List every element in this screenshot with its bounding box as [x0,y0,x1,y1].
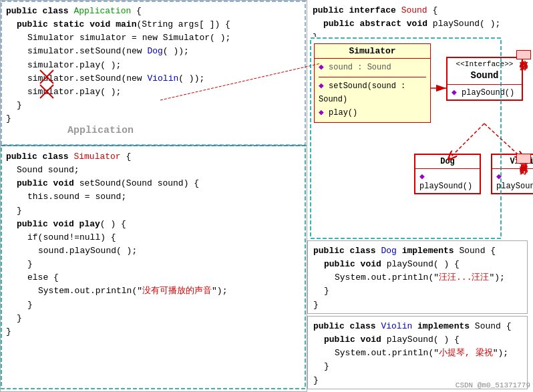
uml-simulator-box: Simulator ◆ sound : Sound ◆ setSound(sou… [314,43,431,123]
sim-line-3: public void setSound(Sound sound) { [6,177,301,190]
uml-sound-box: <<Interface>> Sound ◆ playSound() [446,57,523,101]
left-panel: public class Application { public static… [0,0,307,392]
code-simulator-block: public class Simulator { Sound sound; pu… [0,146,307,392]
dog-line-5: } [313,299,522,312]
uml-dog-box: Dog ◆ playSound() [414,154,481,194]
uml-dog-method: ◆ playSound() [419,171,476,191]
uml-sim-method1: ◆ setSound(sound : Sound) [319,79,426,106]
dog-line-4: } [313,284,522,298]
sim-line-2: Sound sound; [6,164,301,177]
sim-line-10: else { [6,271,301,284]
expandable-label: 可扩展部分 [516,154,531,164]
sim-line-7: if(sound!=null) { [6,231,301,244]
uml-sim-method2: ◆ play() [319,106,426,120]
uml-simulator-body: ◆ sound : Sound ◆ setSound(sound : Sound… [315,59,430,122]
code-interface-top-block: public interface Sound { public abstract… [307,0,528,37]
code-application-block: public class Application { public static… [0,0,307,146]
violin-line-4: } [313,360,522,373]
uml-simulator-title: Simulator [315,44,430,59]
app-line-5: simulator.play( ); [6,59,301,72]
core-label: 核心部分 [516,50,531,59]
sim-line-6: public void play( ) { [6,218,301,231]
sim-line-1: public class Simulator { [6,150,301,164]
uml-violin-body: ◆ playSound() [492,169,533,193]
code-violin-block: public class Violin implements Sound { p… [307,316,528,389]
dog-line-2: public void playSound( ) { [313,258,522,271]
sim-line-11: System.out.println("没有可播放的声音"); [6,284,301,298]
violin-line-1: public class Violin implements Sound { [313,320,522,333]
right-panel: public interface Sound { public abstract… [307,0,533,392]
main-container: public class Application { public static… [0,0,533,392]
app-line-6: simulator.setSound(new Violin( )); [6,72,301,85]
uml-sound-body: ◆ playSound() [448,85,522,100]
sim-line-13: } [6,312,301,325]
uml-violin-method: ◆ playSound() [496,171,533,191]
application-label: Application [67,123,134,138]
iface-line-1: public interface Sound { [313,4,522,17]
dog-line-3: System.out.println("汪汪...汪汪"); [313,271,522,284]
sim-line-14: } [6,325,301,339]
code-dog-block: public class Dog implements Sound { publ… [307,240,528,314]
app-line-1: public class Application { [6,5,301,18]
app-line-4: simulator.setSound(new Dog( )); [6,45,301,58]
app-line-9: } [6,112,301,126]
uml-dog-body: ◆ playSound() [415,169,480,193]
uml-sound-stereotype: <<Interface>> Sound [448,58,522,85]
uml-sound-title: Sound [450,69,519,83]
uml-simulator-field: ◆ sound : Sound [319,61,426,75]
dog-line-1: public class Dog implements Sound { [313,244,522,258]
uml-dog-title: Dog [415,155,480,169]
uml-separator [319,77,426,77]
sim-line-12: } [6,299,301,312]
app-line-3: Simulator simulator = new Simulator( ); [6,31,301,45]
sim-line-4: this.sound = sound; [6,190,301,204]
uml-diagram: Simulator ◆ sound : Sound ◆ setSound(sou… [307,37,528,240]
app-line-2: public static void main(String args[ ]) … [6,18,301,31]
app-line-8: } [6,99,301,112]
sim-line-8: sound.playSound( ); [6,244,301,258]
violin-line-3: System.out.println("小提琴, 梁祝"); [313,347,522,360]
sim-line-5: } [6,204,301,218]
app-line-7: simulator.play( ); [6,85,301,99]
violin-line-2: public void playSound( ) { [313,333,522,347]
uml-sound-method: ◆ playSound() [452,87,518,97]
watermark: CSDN @m0_51371779 [456,381,530,389]
iface-line-2: public abstract void playSound( ); [313,17,522,31]
sim-line-9: } [6,258,301,271]
